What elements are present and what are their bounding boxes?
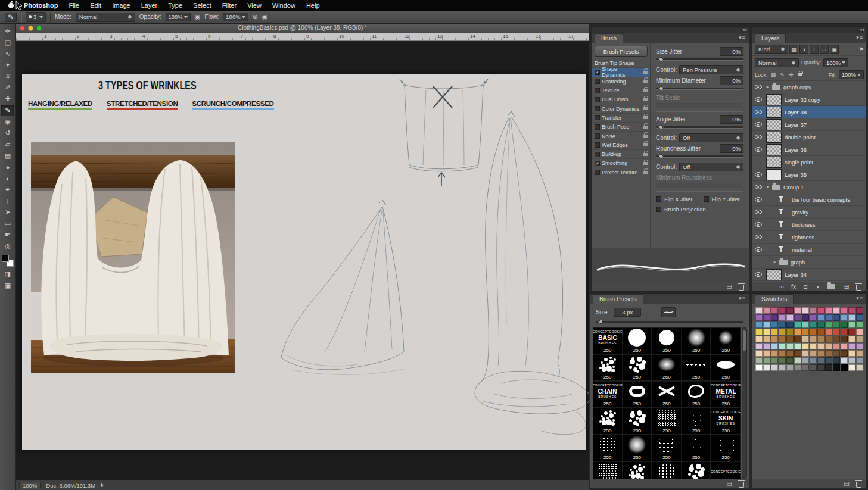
scrollbar[interactable] xyxy=(742,327,747,479)
visibility-toggle[interactable] xyxy=(752,93,764,105)
brush-preset[interactable]: 250 xyxy=(682,354,711,381)
checkbox-scattering[interactable] xyxy=(595,79,600,84)
swatch-66[interactable] xyxy=(833,336,840,342)
brush-tool[interactable]: ✎ xyxy=(1,105,14,116)
zoom-level-input[interactable]: 100% xyxy=(19,482,41,489)
crop-tool[interactable]: # xyxy=(1,71,14,82)
swatch-63[interactable] xyxy=(810,336,817,342)
swatch-15[interactable] xyxy=(763,314,770,321)
menu-help[interactable]: Help xyxy=(301,0,325,11)
swatch-3[interactable] xyxy=(779,307,786,314)
brush-pack-tile[interactable]: CONCEPTCOOKIECHAINBRUSHES250 xyxy=(593,381,623,408)
swatch-57[interactable] xyxy=(763,336,770,342)
airbrush-icon[interactable]: ⊛ xyxy=(253,13,258,21)
type-tool[interactable]: T xyxy=(1,195,14,207)
swatch-103[interactable] xyxy=(794,357,801,364)
layer-row-layer-34[interactable]: Layer 34 xyxy=(752,269,866,281)
visibility-toggle[interactable] xyxy=(752,193,764,205)
delete-layer-icon[interactable] xyxy=(855,283,862,291)
layer-thumbnail[interactable] xyxy=(766,169,782,180)
brush-preset[interactable]: 250 xyxy=(682,408,711,435)
swatch-24[interactable] xyxy=(833,314,840,321)
swatch-25[interactable] xyxy=(841,314,848,321)
swatch-17[interactable] xyxy=(779,314,786,321)
tab-swatches[interactable]: Swatches xyxy=(755,294,794,304)
layer-row-tightness[interactable]: tightness xyxy=(752,231,866,244)
swatch-115[interactable] xyxy=(779,364,786,371)
swatch-48[interactable] xyxy=(802,329,809,335)
color-chips[interactable] xyxy=(2,255,14,267)
swatch-116[interactable] xyxy=(786,364,794,371)
panel-menu-icon[interactable] xyxy=(856,295,863,301)
swatch-106[interactable] xyxy=(817,357,825,364)
swatch-96[interactable] xyxy=(848,350,855,357)
menu-view[interactable]: View xyxy=(242,0,267,11)
brush-pack-tile[interactable]: CONCEPTCOOKIEBASICBRUSHES250 xyxy=(593,327,623,354)
brush-option-color-dynamics[interactable]: Color Dynamics xyxy=(592,104,650,113)
panel-menu-icon[interactable] xyxy=(739,35,746,40)
swatch-43[interactable] xyxy=(763,329,770,335)
size-jitter-value[interactable]: 0% xyxy=(720,47,743,56)
new-brush-icon[interactable]: ▤ xyxy=(726,480,733,488)
brush-preset[interactable]: 250 xyxy=(682,327,711,354)
layer-thumbnail[interactable] xyxy=(766,132,782,143)
foreground-color-chip[interactable] xyxy=(2,255,9,262)
brush-pack-tile[interactable]: CONCEPTCOOKIEMETALBRUSHES250 xyxy=(711,381,741,408)
brush-projection-checkbox[interactable] xyxy=(656,207,661,212)
swatch-75[interactable] xyxy=(794,343,801,349)
swatch-54[interactable] xyxy=(848,329,855,335)
swatch-76[interactable] xyxy=(802,343,809,349)
tablet-pressure-opacity-icon[interactable]: ◉ xyxy=(195,13,201,21)
layer-thumbnail[interactable] xyxy=(766,144,782,155)
swatch-29[interactable] xyxy=(763,322,770,328)
lock-icon[interactable] xyxy=(643,107,648,110)
swatch-30[interactable] xyxy=(771,322,778,328)
layer-row-graph[interactable]: graph xyxy=(752,256,866,269)
brush-preset[interactable]: 250 xyxy=(593,408,623,435)
minimum-diameter-slider[interactable] xyxy=(656,86,743,91)
swatch-52[interactable] xyxy=(833,329,840,335)
swatch-56[interactable] xyxy=(755,336,763,342)
quick-mask-button[interactable]: ◨ xyxy=(1,269,14,280)
visibility-toggle[interactable] xyxy=(752,156,764,168)
visibility-toggle[interactable] xyxy=(752,131,764,143)
lasso-tool[interactable]: ∿ xyxy=(1,48,14,60)
layer-row-layer-36[interactable]: Layer 36 xyxy=(752,143,866,156)
delete-brush-tip-icon[interactable] xyxy=(738,283,745,291)
roundness-jitter-value[interactable]: 0% xyxy=(720,144,743,153)
swatch-79[interactable] xyxy=(825,343,832,349)
visibility-toggle[interactable] xyxy=(752,106,764,118)
swatch-0[interactable] xyxy=(755,307,763,314)
eraser-tool[interactable]: ▱ xyxy=(1,139,14,150)
visibility-toggle[interactable] xyxy=(752,143,764,155)
scrollbar-thumb[interactable] xyxy=(743,330,746,351)
blur-tool[interactable]: ● xyxy=(1,161,14,173)
layer-row-layer-37[interactable]: Layer 37 xyxy=(752,118,866,131)
swatch-21[interactable] xyxy=(810,314,817,321)
swatch-104[interactable] xyxy=(802,357,809,364)
healing-brush-tool[interactable]: ✚ xyxy=(1,93,14,105)
lock-pixels-icon[interactable]: ✎ xyxy=(779,71,786,79)
tab-layers[interactable]: Layers xyxy=(755,33,786,43)
menu-file[interactable]: File xyxy=(63,0,85,11)
visibility-toggle[interactable] xyxy=(752,168,764,180)
swatch-34[interactable] xyxy=(802,322,809,328)
swatch-6[interactable] xyxy=(802,307,809,314)
brush-size-input[interactable]: 3 px xyxy=(614,308,641,317)
swatch-85[interactable] xyxy=(763,350,770,357)
swatch-62[interactable] xyxy=(802,336,809,342)
brush-preset[interactable]: 250 xyxy=(652,461,682,479)
brush-option-dual-brush[interactable]: Dual Brush xyxy=(592,95,650,104)
swatch-78[interactable] xyxy=(817,343,825,349)
layer-row-material[interactable]: material xyxy=(752,244,866,256)
lock-icon[interactable] xyxy=(643,80,648,83)
canvas[interactable]: 3 TYPES OF WRINKLES HANGING/RELAXEDSTRET… xyxy=(22,74,586,450)
angle-control-dropdown[interactable]: Off xyxy=(679,133,743,142)
swatch-110[interactable] xyxy=(848,357,855,364)
lock-icon[interactable] xyxy=(643,143,648,146)
shape-tool[interactable]: ▭ xyxy=(1,218,14,229)
swatch-7[interactable] xyxy=(810,307,817,314)
swatch-102[interactable] xyxy=(786,357,794,364)
swatch-87[interactable] xyxy=(779,350,786,357)
brush-preset[interactable]: 250 xyxy=(682,435,711,461)
